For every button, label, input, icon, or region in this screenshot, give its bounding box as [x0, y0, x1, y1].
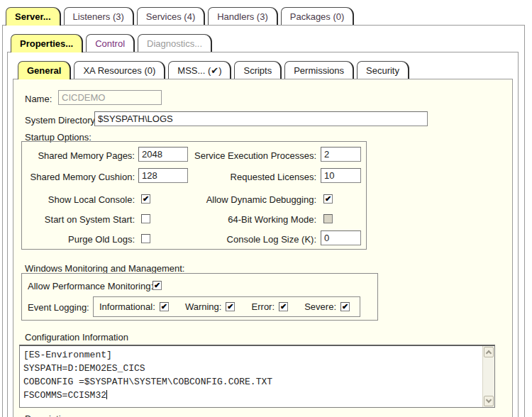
warning-label: Warning:	[185, 301, 222, 312]
error-checkbox[interactable]	[279, 302, 288, 311]
scroll-down-icon	[486, 397, 492, 403]
64bit-working-mode-checkbox	[323, 214, 333, 223]
tab-control[interactable]: Control	[86, 34, 135, 52]
show-local-console-label: Show Local Console:	[25, 194, 135, 205]
tab-xa-resources[interactable]: XA Resources (0)	[74, 61, 165, 79]
tab-scripts[interactable]: Scripts	[234, 61, 282, 79]
tab-handlers[interactable]: Handlers (3)	[208, 7, 278, 25]
shared-memory-cushion-input[interactable]: 128	[138, 168, 188, 183]
service-execution-processes-input[interactable]: 2	[321, 147, 361, 162]
event-logging-label: Event Logging:	[28, 302, 89, 313]
allow-dynamic-debugging-checkbox[interactable]	[323, 194, 333, 204]
name-label: Name:	[25, 94, 52, 104]
informational-checkbox[interactable]	[160, 302, 169, 311]
configuration-information-textarea[interactable]: [ES-Environment]SYSPATH=D:DEMO2ES_CICSCO…	[19, 345, 495, 408]
tab-properties[interactable]: Properties...	[11, 34, 83, 52]
error-label: Error:	[252, 301, 275, 312]
purge-old-logs-label: Purge Old Logs:	[25, 234, 135, 245]
tabstrip-level2: Properties... Control Diagnostics...	[11, 32, 215, 52]
informational-label: Informational:	[99, 301, 155, 312]
scroll-up-icon	[486, 350, 492, 356]
event-informational: Informational:	[99, 301, 169, 312]
vertical-scrollbar[interactable]	[482, 346, 494, 407]
service-execution-processes-label: Service Execution Processes:	[192, 150, 316, 161]
event-severe: Severe:	[304, 301, 350, 312]
tab-server[interactable]: Server...	[6, 7, 61, 26]
startup-options-groupbox: Shared Memory Pages: 2048 Service Execut…	[21, 141, 367, 250]
console-log-size-label: Console Log Size (K):	[192, 234, 316, 245]
tab-services[interactable]: Services (4)	[137, 7, 205, 25]
shared-memory-pages-input[interactable]: 2048	[138, 147, 188, 162]
system-directory-input[interactable]: $SYSPATH\LOGS	[94, 111, 428, 126]
name-input[interactable]: CICDEMO	[58, 90, 162, 105]
event-error: Error:	[252, 301, 289, 312]
requested-licenses-label: Requested Licenses:	[192, 172, 316, 182]
tab-mss[interactable]: MSS... (✔)	[168, 61, 231, 79]
scroll-down-button[interactable]	[484, 396, 494, 406]
start-on-system-start-label: Start on System Start:	[25, 214, 135, 225]
severe-checkbox[interactable]	[340, 302, 350, 311]
start-on-system-start-checkbox[interactable]	[141, 214, 150, 223]
shared-memory-pages-label: Shared Memory Pages:	[25, 150, 135, 161]
tab-listeners[interactable]: Listeners (3)	[64, 7, 134, 25]
allow-dynamic-debugging-label: Allow Dynamic Debugging:	[192, 194, 316, 205]
description-label-clipped: Description	[25, 413, 110, 417]
tab-diagnostics[interactable]: Diagnostics...	[138, 34, 212, 52]
show-local-console-checkbox[interactable]	[141, 194, 150, 204]
severe-label: Severe:	[304, 301, 336, 312]
allow-performance-monitoring-checkbox[interactable]	[153, 281, 162, 290]
console-log-size-input[interactable]: 0	[321, 230, 361, 245]
scroll-up-button[interactable]	[484, 347, 494, 357]
warning-checkbox[interactable]	[226, 302, 235, 311]
64bit-working-mode-label: 64-Bit Working Mode:	[192, 214, 316, 225]
event-warning: Warning:	[185, 301, 235, 312]
requested-licenses-input[interactable]: 10	[321, 168, 361, 183]
tab-security[interactable]: Security	[357, 61, 409, 79]
configuration-text: [ES-Environment]SYSPATH=D:DEMO2ES_CICSCO…	[23, 348, 480, 402]
tab-packages[interactable]: Packages (0)	[281, 7, 355, 25]
event-logging-groupbox: Informational: Warning: Error: Severe:	[93, 296, 360, 317]
monitoring-title: Windows Monitoring and Management:	[25, 263, 184, 274]
server-admin-page: Server... Listeners (3) Services (4) Han…	[0, 0, 532, 417]
shared-memory-cushion-label: Shared Memory Cushion:	[25, 172, 135, 182]
allow-performance-monitoring-label: Allow Performance Monitoring:	[28, 281, 153, 291]
system-directory-label: System Directory:	[25, 115, 98, 126]
purge-old-logs-checkbox[interactable]	[141, 234, 150, 243]
tabstrip-level1: Server... Listeners (3) Services (4) Han…	[6, 6, 357, 26]
tab-general[interactable]: General	[18, 61, 71, 79]
monitoring-groupbox: Allow Performance Monitoring: Event Logg…	[21, 273, 378, 321]
tabstrip-level3: General XA Resources (0) MSS... (✔) Scri…	[18, 60, 412, 79]
configuration-information-label: Configuration Information	[25, 332, 128, 343]
tab-permissions[interactable]: Permissions	[284, 61, 354, 79]
text-caret	[106, 390, 107, 399]
